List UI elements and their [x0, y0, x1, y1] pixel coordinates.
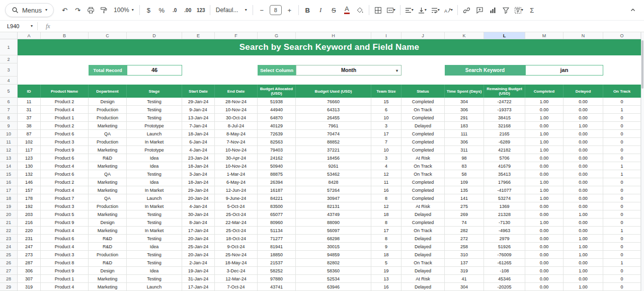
cell[interactable]: 0	[603, 275, 641, 283]
cell[interactable]: Prototype	[127, 122, 182, 130]
sheet-title-banner[interactable]: Search by Search Keyword and Field Name	[18, 39, 641, 55]
cell[interactable]: Product 3	[41, 251, 89, 259]
name-box[interactable]: L940 ▾	[0, 21, 37, 32]
cell[interactable]: Idea	[127, 162, 182, 170]
decrease-decimal-button[interactable]: .0	[169, 4, 181, 17]
cell[interactable]: Product 9	[41, 267, 89, 275]
row-header-21[interactable]: 21	[0, 219, 18, 227]
vertical-scrollbar[interactable]	[641, 32, 644, 291]
cell[interactable]: 17-Jan-24	[182, 283, 215, 291]
cell[interactable]: 44940	[258, 106, 296, 114]
cell[interactable]: In Market	[127, 138, 182, 146]
cell[interactable]	[18, 63, 89, 77]
cell[interactable]: 63946	[296, 283, 371, 291]
cell[interactable]: 18	[371, 251, 401, 259]
cell[interactable]: 4	[371, 162, 401, 170]
cell[interactable]: 2-Jan-24	[182, 259, 215, 267]
cell[interactable]: Delayed	[401, 210, 445, 219]
cell[interactable]: R&D	[89, 259, 127, 267]
cell[interactable]: At Risk	[401, 275, 445, 283]
cell[interactable]: Marketing	[89, 162, 127, 170]
cell[interactable]: 231	[18, 235, 41, 243]
cell[interactable]: 0.00	[525, 154, 564, 162]
insert-comment-button[interactable]	[473, 4, 486, 17]
increase-font-size-button[interactable]: +	[283, 4, 296, 17]
column-header-N[interactable]: N	[564, 32, 603, 39]
cell[interactable]: -76009	[484, 251, 525, 259]
cell[interactable]: 16	[371, 186, 401, 194]
cell[interactable]: 26394	[258, 178, 296, 186]
cell[interactable]: Testing	[127, 106, 182, 114]
cell[interactable]: -41077	[484, 186, 525, 194]
cell[interactable]: At Risk	[401, 154, 445, 162]
row-header-11[interactable]: 11	[0, 138, 18, 146]
functions-button[interactable]: Σ	[526, 4, 538, 17]
row-header-23[interactable]: 23	[0, 235, 18, 243]
cell[interactable]: 0	[603, 178, 641, 186]
cell[interactable]: 1.00	[564, 210, 603, 219]
row-header-26[interactable]: 26	[0, 259, 18, 267]
column-header-F[interactable]: F	[215, 32, 258, 39]
text-rotation-button[interactable]: A ▾	[442, 4, 455, 17]
cell[interactable]: 216	[18, 219, 41, 227]
cell[interactable]: Delayed	[401, 267, 445, 275]
hide-menus-button[interactable]	[626, 4, 639, 17]
column-header-G[interactable]: G	[258, 32, 296, 39]
zoom-dropdown[interactable]: 100% ▾	[111, 4, 137, 17]
cell[interactable]: 0.00	[564, 170, 603, 178]
cell[interactable]: 94859	[296, 251, 371, 259]
cell[interactable]: 7-Nov-24	[215, 138, 258, 146]
cell[interactable]: 0.00	[564, 138, 603, 146]
table-header-cell[interactable]: Start Date	[182, 85, 215, 98]
more-formats-button[interactable]: 123	[195, 4, 207, 17]
cell[interactable]: Testing	[127, 98, 182, 106]
cell[interactable]: 0	[603, 130, 641, 138]
cell[interactable]: -4963	[484, 227, 525, 235]
paint-format-button[interactable]	[98, 4, 110, 17]
cell[interactable]: Production	[89, 114, 127, 122]
row-header-27[interactable]: 27	[0, 267, 18, 275]
cell[interactable]: Product 2	[41, 122, 89, 130]
cell[interactable]: 25-Jan-24	[182, 243, 215, 251]
cell[interactable]: 117	[18, 146, 41, 154]
cell[interactable]: 102	[18, 138, 41, 146]
cell[interactable]: 17966	[484, 178, 525, 186]
cell[interactable]: 0.00	[564, 146, 603, 154]
cell[interactable]: Delayed	[401, 235, 445, 243]
percent-format-button[interactable]: %	[155, 4, 168, 17]
cell[interactable]: 157	[18, 186, 41, 194]
search-keyword-button[interactable]: Search Keyword	[445, 65, 525, 76]
cell[interactable]: 19-Jan-24	[182, 267, 215, 275]
cell[interactable]: Product 6	[41, 170, 89, 178]
cell[interactable]: -6289	[484, 138, 525, 146]
cell[interactable]: 0.00	[564, 202, 603, 210]
cell[interactable]: 19	[371, 267, 401, 275]
cell[interactable]: 0	[603, 154, 641, 162]
cell[interactable]: 1.00	[525, 194, 564, 202]
cell[interactable]: Production	[89, 202, 127, 210]
cell[interactable]: Delayed	[401, 251, 445, 259]
cell[interactable]: 247	[18, 243, 41, 251]
row-header-2[interactable]: 2	[0, 55, 18, 63]
cell[interactable]: 132	[18, 170, 41, 178]
cell[interactable]: 41679	[484, 162, 525, 170]
cell[interactable]: On Track	[401, 170, 445, 178]
cell[interactable]: 6-May-24	[215, 178, 258, 186]
cell[interactable]: 58	[445, 170, 484, 178]
cell[interactable]: 37221	[296, 146, 371, 154]
cell[interactable]: 9-June-24	[215, 194, 258, 202]
cell[interactable]: 203	[18, 210, 41, 219]
cell[interactable]: 1.00	[525, 219, 564, 227]
cell[interactable]: 18-Jan-24	[182, 178, 215, 186]
cell[interactable]: 0	[603, 267, 641, 275]
cell[interactable]: 0	[603, 114, 641, 122]
cell[interactable]: 16187	[258, 186, 296, 194]
table-header-cell[interactable]: Remaining Budget (USD)	[484, 85, 525, 98]
cell[interactable]: On Track	[401, 162, 445, 170]
cell[interactable]: 30-Jan-24	[182, 210, 215, 219]
cell[interactable]: 7	[371, 138, 401, 146]
column-header-E[interactable]: E	[182, 32, 215, 39]
column-header-A[interactable]: A	[18, 32, 41, 39]
cell[interactable]: 1.00	[525, 114, 564, 122]
cell[interactable]: Testing	[127, 251, 182, 259]
